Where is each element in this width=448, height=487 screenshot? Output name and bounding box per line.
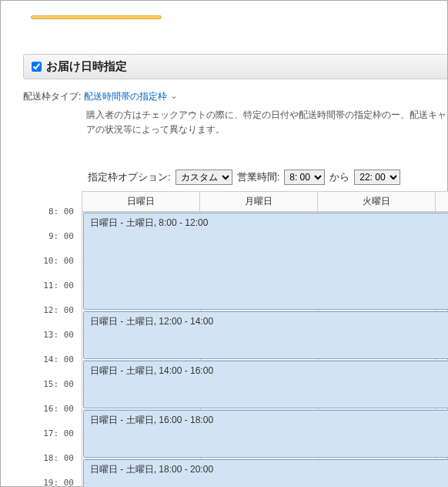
time-16: 16: 00 bbox=[23, 404, 82, 428]
time-10: 10: 00 bbox=[23, 256, 82, 280]
slot-16-18[interactable]: 日曜日 - 土曜日, 16:00 - 18:00 bbox=[83, 410, 448, 458]
time-12: 12: 00 bbox=[23, 305, 82, 330]
slot-18-20[interactable]: 日曜日 - 土曜日, 18:00 - 20:00 bbox=[83, 459, 448, 487]
day-header-next bbox=[435, 191, 448, 212]
time-17: 17: 00 bbox=[23, 428, 82, 453]
time-19: 19: 00 bbox=[23, 478, 82, 487]
day-header-sun: 日曜日 bbox=[82, 191, 199, 212]
slot-12-14[interactable]: 日曜日 - 土曜日, 12:00 - 14:00 bbox=[83, 311, 448, 359]
slot-8-12[interactable]: 日曜日 - 土曜日, 8:00 - 12:00 bbox=[83, 213, 448, 310]
time-8: 8: 00 bbox=[23, 207, 82, 231]
time-18: 18: 00 bbox=[23, 453, 82, 478]
time-14: 14: 00 bbox=[23, 354, 82, 379]
day-header-tue: 火曜日 bbox=[317, 191, 435, 212]
day-header-mon: 月曜日 bbox=[199, 191, 317, 212]
calendar: 日曜日 月曜日 火曜日 8: 00 9: 00 10: 00 11: 00 12… bbox=[23, 191, 448, 487]
slot-14-16[interactable]: 日曜日 - 土曜日, 14:00 - 16:00 bbox=[83, 361, 448, 408]
time-11: 11: 00 bbox=[23, 280, 82, 305]
time-9: 9: 00 bbox=[23, 231, 82, 256]
time-13: 13: 00 bbox=[23, 330, 82, 354]
time-15: 15: 00 bbox=[23, 379, 82, 404]
